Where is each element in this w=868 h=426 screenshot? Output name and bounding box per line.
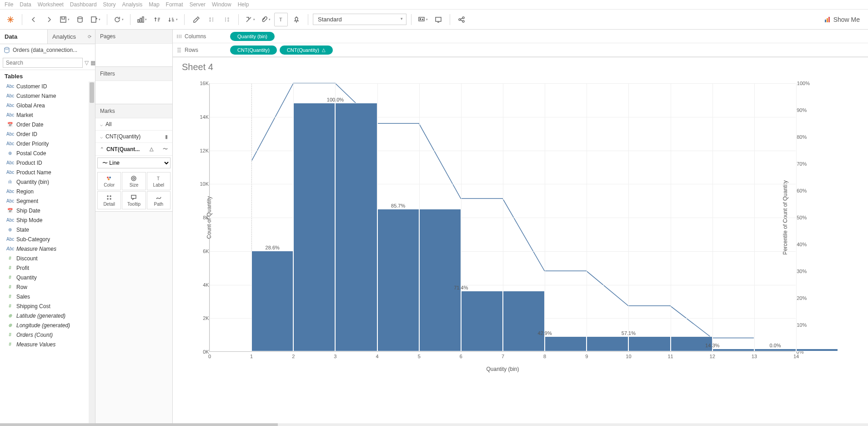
- field-customer-id[interactable]: AbcCustomer ID: [0, 81, 95, 91]
- fit-dropdown[interactable]: [313, 14, 406, 25]
- field-order-id[interactable]: AbcOrder ID: [0, 129, 95, 139]
- mark-path[interactable]: Path: [147, 191, 171, 209]
- field-measure-values[interactable]: #Measure Values: [0, 340, 95, 349]
- bar[interactable]: [754, 349, 796, 351]
- tab-analytics[interactable]: Analytics⟳: [47, 30, 95, 44]
- menu-map[interactable]: Map: [149, 1, 159, 8]
- bar[interactable]: [712, 349, 754, 351]
- presentation-icon[interactable]: [416, 13, 430, 26]
- menu-window[interactable]: Window: [212, 1, 231, 8]
- menu-analysis[interactable]: Analysis: [122, 1, 143, 8]
- field-latitude-generated-[interactable]: ⊕Latitude (generated): [0, 311, 95, 320]
- view-icon[interactable]: ▦: [90, 59, 95, 66]
- bar[interactable]: [587, 336, 628, 351]
- rows-pill-1[interactable]: CNT(Quantity): [230, 46, 277, 55]
- field-state[interactable]: ⊕State: [0, 225, 95, 234]
- ungroup-icon[interactable]: [220, 13, 234, 26]
- columns-pill[interactable]: Quantity (bin): [230, 32, 275, 41]
- menu-format[interactable]: Format: [166, 1, 183, 8]
- tab-data[interactable]: Data: [0, 30, 47, 44]
- marks-cnt2[interactable]: ⌃CNT(Quant...△〜: [95, 143, 172, 156]
- sort-desc-icon[interactable]: [166, 13, 180, 26]
- mark-label[interactable]: TLabel: [147, 172, 171, 190]
- pin-icon[interactable]: [290, 13, 303, 26]
- menu-file[interactable]: File: [5, 1, 13, 8]
- device-preview-icon[interactable]: [431, 13, 445, 26]
- attach-icon[interactable]: [259, 13, 272, 26]
- columns-shelf[interactable]: Columns Quantity (bin): [173, 30, 868, 43]
- swap-icon[interactable]: [135, 13, 149, 26]
- mark-detail[interactable]: Detail: [97, 191, 121, 209]
- field-segment[interactable]: AbcSegment: [0, 196, 95, 206]
- pages-shelf[interactable]: Pages: [95, 30, 172, 67]
- menu-data[interactable]: Data: [20, 1, 31, 8]
- marks-all[interactable]: ⌵All: [95, 118, 172, 131]
- field-profit[interactable]: #Profit: [0, 263, 95, 273]
- rows-pill-2[interactable]: CNT(Quantity)△: [280, 46, 333, 55]
- highlight-icon[interactable]: [189, 13, 203, 26]
- bar[interactable]: [377, 209, 419, 351]
- field-product-id[interactable]: AbcProduct ID: [0, 158, 95, 167]
- show-labels-icon[interactable]: T: [274, 13, 288, 26]
- datasource-row[interactable]: Orders (data_connection...: [0, 44, 95, 56]
- menu-server[interactable]: Server: [190, 1, 206, 8]
- field-sub-category[interactable]: AbcSub-Category: [0, 234, 95, 244]
- field-global-area[interactable]: AbcGlobal Area: [0, 101, 95, 110]
- marklabel-icon[interactable]: [243, 13, 257, 26]
- new-worksheet-icon[interactable]: [89, 13, 102, 26]
- save-icon[interactable]: [58, 13, 71, 26]
- field-sales[interactable]: #Sales: [0, 292, 95, 301]
- field-postal-code[interactable]: ⊕Postal Code: [0, 148, 95, 158]
- field-order-date[interactable]: 📅Order Date: [0, 120, 95, 129]
- bar[interactable]: [503, 291, 545, 351]
- filter-icon[interactable]: ▽: [85, 59, 89, 66]
- menu-dashboard[interactable]: Dashboard: [70, 1, 97, 8]
- bar[interactable]: [419, 209, 461, 351]
- field-product-name[interactable]: AbcProduct Name: [0, 167, 95, 177]
- field-longitude-generated-[interactable]: ⊕Longitude (generated): [0, 320, 95, 330]
- bar[interactable]: [251, 251, 293, 351]
- field-measure-names[interactable]: AbcMeasure Names: [0, 244, 95, 254]
- field-quantity-bin-[interactable]: ılıQuantity (bin): [0, 177, 95, 187]
- refresh-icon[interactable]: [112, 13, 125, 26]
- filters-shelf[interactable]: Filters: [95, 67, 172, 104]
- tableau-logo-icon[interactable]: [4, 13, 17, 26]
- bar[interactable]: [628, 336, 670, 351]
- field-orders-count-[interactable]: #Orders (Count): [0, 330, 95, 340]
- sheet-title[interactable]: Sheet 4: [182, 62, 859, 72]
- field-shipping-cost[interactable]: #Shipping Cost: [0, 301, 95, 311]
- back-icon[interactable]: [27, 13, 40, 26]
- field-quantity[interactable]: #Quantity: [0, 273, 95, 282]
- field-ship-date[interactable]: 📅Ship Date: [0, 206, 95, 215]
- marks-cnt1[interactable]: ⌵CNT(Quantity)▮: [95, 131, 172, 143]
- bar[interactable]: [545, 336, 587, 351]
- menu-worksheet[interactable]: Worksheet: [38, 1, 64, 8]
- forward-icon[interactable]: [42, 13, 56, 26]
- field-market[interactable]: AbcMarket: [0, 110, 95, 120]
- menu-help[interactable]: Help: [238, 1, 249, 8]
- group-icon[interactable]: [205, 13, 218, 26]
- mark-tooltip[interactable]: Tooltip: [122, 191, 146, 209]
- rows-shelf[interactable]: Rows CNT(Quantity) CNT(Quantity)△: [173, 43, 868, 57]
- bar[interactable]: [335, 103, 377, 351]
- bar[interactable]: [461, 291, 503, 351]
- new-datasource-icon[interactable]: [73, 13, 87, 26]
- field-discount[interactable]: #Discount: [0, 254, 95, 263]
- field-customer-name[interactable]: AbcCustomer Name: [0, 91, 95, 101]
- fit-select[interactable]: [313, 14, 406, 25]
- search-input[interactable]: [3, 58, 83, 68]
- mark-type-select[interactable]: 〜 Line: [97, 157, 171, 168]
- share-icon[interactable]: [455, 13, 468, 26]
- sort-asc-icon[interactable]: [151, 13, 164, 26]
- menu-story[interactable]: Story: [103, 1, 116, 8]
- chart[interactable]: Count of Quantity Percentile of Count of…: [182, 74, 828, 379]
- field-list[interactable]: AbcCustomer IDAbcCustomer NameAbcGlobal …: [0, 81, 95, 426]
- bar[interactable]: [796, 349, 838, 351]
- scrollbar[interactable]: [89, 81, 95, 426]
- show-me-button[interactable]: Show Me: [820, 16, 864, 23]
- field-region[interactable]: AbcRegion: [0, 187, 95, 196]
- mark-size[interactable]: Size: [122, 172, 146, 190]
- bar[interactable]: [293, 103, 335, 351]
- field-order-priority[interactable]: AbcOrder Priority: [0, 139, 95, 148]
- field-row[interactable]: #Row: [0, 282, 95, 292]
